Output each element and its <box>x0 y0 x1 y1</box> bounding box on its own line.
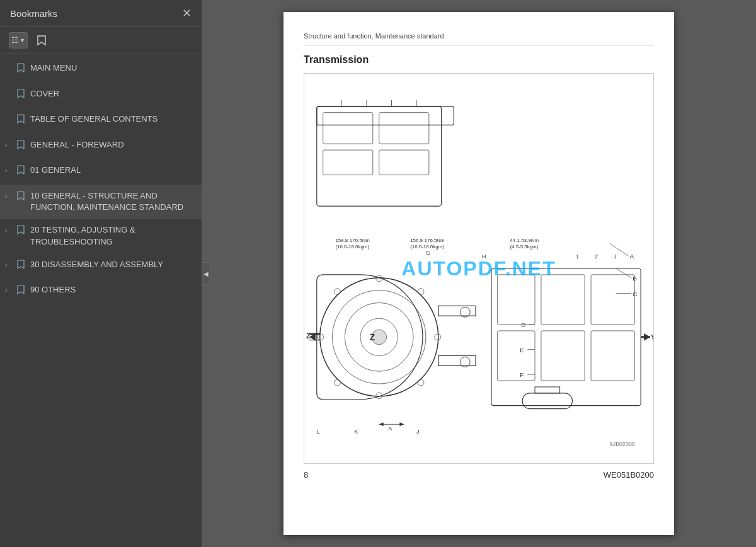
section-title: Transmission <box>304 54 654 66</box>
main-content: Structure and function, Maintenance stan… <box>202 0 756 547</box>
bookmark-label: 20 TESTING, ADJUSTING & TROUBLESHOOTING <box>30 224 194 247</box>
bookmark-flag-icon <box>16 225 26 239</box>
svg-text:158.8-176.5Nm: 158.8-176.5Nm <box>335 238 370 243</box>
svg-text:E: E <box>520 347 524 354</box>
bookmark-label: 30 DISASSEMBLY AND ASSEMBLY <box>30 259 194 270</box>
svg-text:(16.0-18.0kgm): (16.0-18.0kgm) <box>335 244 369 250</box>
svg-point-12 <box>318 334 324 340</box>
svg-marker-67 <box>399 422 404 426</box>
bookmark-label: 01 GENERAL <box>30 164 194 176</box>
svg-rect-28 <box>498 331 535 381</box>
svg-point-17 <box>418 289 424 295</box>
svg-point-14 <box>334 289 340 295</box>
bookmark-options-button[interactable] <box>33 32 50 49</box>
bookmark-flag-icon <box>16 191 26 205</box>
sidebar-title: Bookmarks <box>10 8 57 19</box>
svg-rect-30 <box>591 331 634 381</box>
bookmark-flag-icon <box>16 89 26 103</box>
svg-text:1: 1 <box>576 253 579 260</box>
bookmark-flag-icon <box>16 260 26 274</box>
svg-rect-4 <box>379 150 429 175</box>
svg-text:L: L <box>317 429 320 435</box>
bookmark-label: 90 OTHERS <box>30 284 194 296</box>
svg-text:K: K <box>354 429 358 435</box>
svg-rect-3 <box>379 113 429 144</box>
svg-rect-24 <box>491 268 641 406</box>
sidebar-item-01-general[interactable]: ›01 GENERAL <box>0 159 202 185</box>
page-code: WE051B0200 <box>604 470 654 480</box>
watermark-text: AUTOPDF.NET <box>401 257 556 280</box>
svg-text:D: D <box>521 321 525 328</box>
svg-text:A: A <box>389 425 392 432</box>
dropdown-arrow-icon: ▼ <box>20 37 25 43</box>
svg-rect-2 <box>323 150 373 175</box>
chevron-icon: › <box>5 260 13 270</box>
svg-point-13 <box>435 334 441 340</box>
svg-rect-46 <box>317 107 454 125</box>
svg-text:9JB02300: 9JB02300 <box>610 441 635 447</box>
svg-text:J: J <box>614 253 616 260</box>
chevron-icon: › <box>5 166 13 175</box>
svg-text:Y: Y <box>651 333 653 341</box>
svg-point-16 <box>334 379 340 386</box>
svg-marker-32 <box>644 333 650 341</box>
expand-button[interactable]: ☷ ▼ <box>9 32 28 49</box>
diagram-area: Z Y A <box>304 73 654 464</box>
bookmark-label: MAIN MENU <box>30 62 194 74</box>
page-number: 8 <box>304 470 308 480</box>
svg-rect-26 <box>541 275 585 325</box>
svg-rect-1 <box>323 113 373 144</box>
page-footer: 8 WE051B0200 <box>304 470 654 480</box>
sidebar-item-20-testing[interactable]: ›20 TESTING, ADJUSTING & TROUBLESHOOTING <box>0 219 202 253</box>
sidebar-item-cover[interactable]: COVER <box>0 83 202 108</box>
bookmark-list: MAIN MENUCOVERTABLE OF GENERAL CONTENTS›… <box>0 54 202 547</box>
bookmark-label: GENERAL - FOREWARD <box>30 139 194 151</box>
sidebar-item-30-disassembly[interactable]: ›30 DISASSEMBLY AND ASSEMBLY <box>0 253 202 279</box>
svg-text:2: 2 <box>595 253 598 260</box>
chevron-icon: › <box>5 141 13 150</box>
page-header-text: Structure and function, Maintenance stan… <box>304 32 444 40</box>
svg-text:Z: Z <box>370 332 375 342</box>
svg-text:Z: Z <box>306 332 311 340</box>
sidebar-item-general-foreward[interactable]: ›GENERAL - FOREWARD <box>0 134 202 159</box>
svg-marker-66 <box>379 422 384 426</box>
sidebar-toolbar: ☷ ▼ <box>0 27 202 54</box>
svg-line-36 <box>616 268 632 278</box>
svg-rect-27 <box>591 275 634 325</box>
svg-rect-29 <box>541 331 585 381</box>
sidebar-header: Bookmarks ✕ <box>0 0 202 27</box>
svg-text:(4.5-5.5kgm): (4.5-5.5kgm) <box>510 244 538 250</box>
bookmark-label: TABLE OF GENERAL CONTENTS <box>30 113 194 125</box>
svg-text:G: G <box>426 250 430 256</box>
sidebar-item-10-general-structure[interactable]: ›10 GENERAL - STRUCTURE AND FUNCTION, MA… <box>0 185 202 219</box>
svg-line-34 <box>610 243 629 256</box>
chevron-icon: › <box>5 226 13 235</box>
svg-text:C: C <box>633 291 637 297</box>
svg-rect-72 <box>522 393 572 409</box>
bookmark-flag-icon <box>16 114 26 128</box>
svg-point-15 <box>418 379 424 386</box>
close-icon[interactable]: ✕ <box>182 8 192 19</box>
bookmark-flag-icon <box>16 63 26 77</box>
chevron-icon: › <box>5 285 13 295</box>
svg-text:B: B <box>633 275 637 282</box>
bookmark-label: COVER <box>30 88 194 100</box>
bookmark-flag-icon <box>16 285 26 299</box>
sidebar-item-table-of-contents[interactable]: TABLE OF GENERAL CONTENTS <box>0 108 202 134</box>
svg-text:(16.0-18.0kgm): (16.0-18.0kgm) <box>410 244 444 250</box>
svg-text:F: F <box>520 371 524 378</box>
page-container: Structure and function, Maintenance stan… <box>284 12 674 535</box>
svg-text:J: J <box>416 429 419 435</box>
bookmark-label: 10 GENERAL - STRUCTURE AND FUNCTION, MAI… <box>30 190 194 213</box>
sidebar-collapse-button[interactable]: ◀ <box>202 262 210 285</box>
sidebar-item-90-others[interactable]: ›90 OTHERS <box>0 279 202 304</box>
grid-icon: ☷ <box>11 36 18 45</box>
svg-rect-73 <box>535 387 560 393</box>
bookmark-flag-icon <box>16 165 26 179</box>
sidebar: Bookmarks ✕ ☷ ▼ MAIN MENUCOVERTABLE OF G… <box>0 0 202 547</box>
svg-text:A: A <box>629 253 634 260</box>
svg-rect-25 <box>498 275 535 325</box>
sidebar-item-main-menu[interactable]: MAIN MENU <box>0 57 202 83</box>
bookmark-flag-icon <box>16 140 26 154</box>
page-header: Structure and function, Maintenance stan… <box>304 30 654 45</box>
